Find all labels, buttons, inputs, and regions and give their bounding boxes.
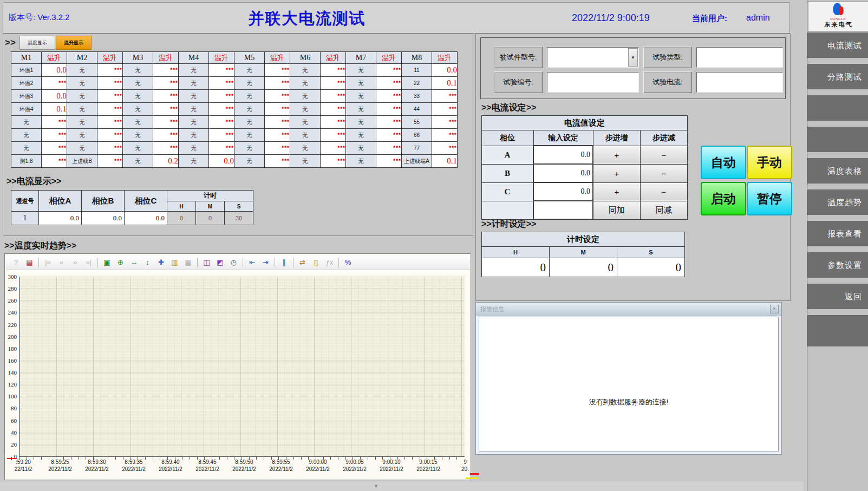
time-cursor-icon[interactable]: ◷ [227,257,240,269]
y-tick-label: 300 [8,273,17,280]
alarm-window: 报警信息 × 没有到数据服务器的连接! [475,302,782,455]
point-name-cell: 无 [234,103,265,116]
manual-button[interactable]: 手动 [747,146,792,179]
rise-value-cell: *** [153,129,179,142]
toolbar-separator [293,258,293,267]
step-plus-button[interactable]: + [593,164,641,182]
auto-button[interactable]: 自动 [701,146,746,179]
start-button[interactable]: 启动 [701,182,746,215]
pause-button[interactable]: 暂停 [747,182,792,215]
sidebar-item-7[interactable]: 报表查看 [807,221,868,246]
test-current-input[interactable] [696,72,783,93]
page-right-icon[interactable]: ⇥ [259,257,272,269]
pan-icon[interactable]: ✚ [155,257,167,269]
percent-scale-icon[interactable]: % [342,257,354,269]
timer-col-header: H [167,201,196,212]
function-icon[interactable]: ƒx [323,257,336,269]
company-logo[interactable]: DONGLAI 东来电气 [808,1,868,32]
phase-input-cell[interactable]: 0.0 [533,164,593,182]
rise-value-cell: *** [153,116,179,129]
step-minus-button[interactable]: − [641,146,688,164]
zoom-in-icon[interactable]: ⊕ [114,257,127,269]
add-cursor-icon[interactable]: ◩ [214,257,226,269]
tab-temperature-display[interactable]: 温度显示 [19,36,55,50]
combo-dropdown-icon[interactable]: ▼ [628,48,638,67]
nav-back-icon[interactable]: « [55,257,68,269]
zoom-vertical-icon[interactable]: ↕ [141,257,154,269]
zoom-box-icon[interactable]: ▣ [101,257,113,269]
step-minus-button[interactable]: − [641,182,688,201]
rise-value-cell: *** [265,142,290,155]
value-scale-icon[interactable]: ▥ [168,257,181,269]
m-col-header: M3 [123,52,153,64]
zoom-horizontal-icon[interactable]: ↔ [128,257,140,269]
rise-value-cell: *** [209,116,234,129]
y-tick-label: 20 [11,441,17,448]
page-left-icon[interactable]: ⇤ [246,257,258,269]
temp-row: 环温30.0无***无***无***无***无***无***33*** [11,90,458,103]
toolbar-separator [243,258,243,267]
point-name-cell: 无 [346,103,376,116]
scrollbar-arrow-icon[interactable]: ▼ [374,483,378,489]
close-icon[interactable]: × [770,305,779,313]
all-plus-button[interactable]: 同加 [593,201,641,219]
point-name-cell: 无 [179,129,209,142]
tab-temperature-rise-display[interactable]: 温升显示 [56,36,92,50]
device-model-combobox[interactable]: ▼ [547,47,639,68]
nav-last-icon[interactable]: »| [82,257,95,269]
phase-input-cell[interactable]: 0.0 [533,146,593,164]
temp-row: 环温2***无***无***无***无***无***无***220.1 [11,77,458,90]
rise-value-cell: *** [321,103,346,116]
rise-value-cell: 0.1 [432,155,458,168]
rise-value-cell: *** [321,155,346,168]
pause-trend-icon[interactable]: ∥ [278,257,290,269]
nav-forward-icon[interactable]: » [69,257,81,269]
sidebar-item-blank[interactable] [807,315,868,346]
point-name-cell: 无 [11,142,42,155]
dual-cursor-icon[interactable]: ◫ [200,257,213,269]
current-display-section-label: >>电流显示>> [6,176,61,187]
point-name-cell: 无 [346,129,376,142]
sidebar-item-8[interactable]: 参数设置 [807,252,868,278]
export-report-icon[interactable]: ▤ [23,257,36,269]
help-icon[interactable]: ? [10,257,22,269]
timer-setting-value[interactable]: 0 [617,258,685,277]
all-minus-button[interactable]: 同减 [641,201,688,219]
rise-value-cell: *** [209,103,234,116]
nav-first-icon[interactable]: |« [42,257,54,269]
rise-value-cell: *** [432,142,458,155]
rise-value-cell: *** [376,155,402,168]
timer-setting-title: 计时设定 [482,232,685,247]
sidebar-item-5[interactable]: 温度表格 [807,158,868,184]
timer-setting-col: M [550,247,617,258]
trend-chart-panel: ?▤|««»»|▣⊕↔↕✚▥▦◫◩◷⇤⇥∥⇄[]ƒx% 300280260240… [4,253,471,480]
calendar-icon[interactable]: ▦ [182,257,194,269]
sidebar-item-6[interactable]: 温度趋势 [807,189,868,215]
current-user-value: admin [746,13,770,23]
rise-col-header: 温升 [432,52,458,64]
sidebar-item-9[interactable]: 返回 [807,284,868,309]
horizontal-scrollbar[interactable]: ▼ [0,481,804,491]
point-name-cell: 无 [290,116,321,129]
sidebar-item-2[interactable]: 分路测试 [807,64,868,89]
swap-axes-icon[interactable]: ⇄ [296,257,309,269]
rise-value-cell: 0.0 [432,64,458,77]
x-tick-time: 8:59:25 [41,459,79,466]
sidebar-item-1[interactable]: 电流测试 [807,32,868,58]
step-plus-button[interactable]: + [593,146,641,164]
test-type-input[interactable] [696,47,783,68]
step-plus-button[interactable]: + [593,182,641,201]
rise-value-cell: *** [153,142,179,155]
timer-setting-value[interactable]: 0 [482,258,550,277]
phase-input-cell[interactable]: 0.0 [533,182,593,201]
step-minus-button[interactable]: − [641,164,688,182]
sidebar-item-blank[interactable] [807,95,868,121]
sidebar-item-blank[interactable] [807,127,868,152]
temp-row: 无***无***无***无***无***无***无***66*** [11,129,458,142]
plot-area[interactable] [19,277,465,457]
phase-input-cell[interactable] [533,201,593,219]
test-number-input[interactable] [547,72,639,93]
timer-setting-value[interactable]: 0 [550,258,617,277]
x-tick-date: 2022/11/2 [152,466,190,473]
curve-range-icon[interactable]: [] [310,257,322,269]
